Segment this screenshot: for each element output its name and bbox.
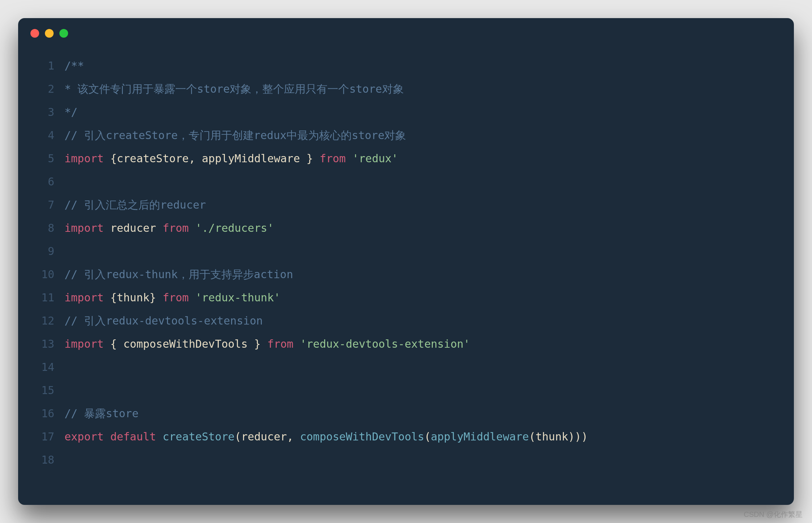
token: )))	[568, 430, 588, 443]
token: createStore	[117, 152, 189, 165]
line-number: 9	[33, 240, 64, 263]
line-number: 15	[33, 379, 64, 402]
line-number: 18	[33, 448, 64, 472]
token: /**	[64, 59, 84, 72]
code-content[interactable]: import {thunk} from 'redux-thunk'	[64, 286, 779, 309]
line-number: 17	[33, 425, 64, 448]
token	[104, 222, 110, 234]
token: */	[64, 106, 78, 118]
code-line[interactable]: 17export default createStore(reducer, co…	[33, 425, 779, 448]
token: ,	[189, 152, 202, 165]
code-content[interactable]: /**	[64, 54, 779, 78]
code-line[interactable]: 13import { composeWithDevTools } from 'r…	[33, 332, 779, 356]
token: 'redux'	[352, 152, 398, 165]
code-line[interactable]: 12// 引入redux-devtools-extension	[33, 309, 779, 332]
minimize-icon[interactable]	[45, 29, 54, 38]
code-line[interactable]: 16// 暴露store	[33, 402, 779, 425]
token: (	[235, 430, 241, 443]
token: import	[64, 338, 104, 350]
watermark-text: CSDN @化作繁星	[744, 510, 803, 519]
token: // 引入redux-thunk，用于支持异步action	[64, 268, 293, 281]
token: // 引入汇总之后的reducer	[64, 198, 206, 211]
code-content[interactable]: import {createStore, applyMiddleware } f…	[64, 147, 779, 170]
token: composeWithDevTools	[124, 338, 248, 350]
token: {	[104, 291, 117, 304]
line-number: 10	[33, 263, 64, 286]
token: 'redux-devtools-extension'	[300, 338, 470, 350]
token: {	[104, 338, 123, 350]
token: reducer	[241, 430, 287, 443]
line-number: 8	[33, 217, 64, 240]
code-content[interactable]: */	[64, 101, 779, 124]
token: // 引入redux-devtools-extension	[64, 314, 263, 327]
token: import	[64, 152, 104, 165]
token: import	[64, 222, 104, 234]
line-number: 14	[33, 356, 64, 379]
token: 'redux-thunk'	[195, 291, 280, 304]
code-content[interactable]: // 暴露store	[64, 402, 779, 425]
token: from	[267, 338, 293, 350]
code-content[interactable]: import { composeWithDevTools } from 'red…	[64, 332, 779, 356]
token	[346, 152, 352, 165]
token: import	[64, 291, 104, 304]
code-content[interactable]: // 引入汇总之后的reducer	[64, 193, 779, 217]
code-line[interactable]: 7// 引入汇总之后的reducer	[33, 193, 779, 217]
token: reducer	[110, 222, 156, 234]
code-line[interactable]: 3*/	[33, 101, 779, 124]
line-number: 13	[33, 332, 64, 356]
code-line[interactable]: 9	[33, 240, 779, 263]
code-line[interactable]: 10// 引入redux-thunk，用于支持异步action	[33, 263, 779, 286]
token	[156, 222, 163, 234]
window-controls	[30, 29, 68, 38]
token	[104, 430, 110, 443]
line-number: 6	[33, 170, 64, 193]
code-content[interactable]: * 该文件专门用于暴露一个store对象，整个应用只有一个store对象	[64, 78, 779, 101]
token: }	[150, 291, 163, 304]
line-number: 5	[33, 147, 64, 170]
code-content[interactable]: export default createStore(reducer, comp…	[64, 425, 779, 448]
code-content[interactable]: // 引入redux-thunk，用于支持异步action	[64, 263, 779, 286]
token: from	[163, 222, 189, 234]
line-number: 7	[33, 193, 64, 217]
token: default	[110, 430, 156, 443]
code-line[interactable]: 11import {thunk} from 'redux-thunk'	[33, 286, 779, 309]
close-icon[interactable]	[30, 29, 39, 38]
maximize-icon[interactable]	[59, 29, 68, 38]
token: ,	[287, 430, 300, 443]
token: applyMiddleware	[431, 430, 529, 443]
line-number: 1	[33, 54, 64, 78]
token: createStore	[163, 430, 235, 443]
code-line[interactable]: 15	[33, 379, 779, 402]
token: // 暴露store	[64, 407, 139, 420]
token: applyMiddleware	[202, 152, 300, 165]
editor-window: 1/**2* 该文件专门用于暴露一个store对象，整个应用只有一个store对…	[18, 18, 794, 505]
token: composeWithDevTools	[300, 430, 424, 443]
code-editor[interactable]: 1/**2* 该文件专门用于暴露一个store对象，整个应用只有一个store对…	[18, 54, 794, 505]
token	[189, 222, 195, 234]
token	[156, 430, 163, 443]
token: * 该文件专门用于暴露一个store对象，整个应用只有一个store对象	[64, 83, 404, 95]
code-line[interactable]: 14	[33, 356, 779, 379]
code-content[interactable]: // 引入redux-devtools-extension	[64, 309, 779, 332]
code-line[interactable]: 6	[33, 170, 779, 193]
code-line[interactable]: 2* 该文件专门用于暴露一个store对象，整个应用只有一个store对象	[33, 78, 779, 101]
code-content[interactable]: // 引入createStore，专门用于创建redux中最为核心的store对…	[64, 124, 779, 147]
token: thunk	[535, 430, 568, 443]
token: from	[163, 291, 189, 304]
code-line[interactable]: 4// 引入createStore，专门用于创建redux中最为核心的store…	[33, 124, 779, 147]
code-line[interactable]: 5import {createStore, applyMiddleware } …	[33, 147, 779, 170]
line-number: 11	[33, 286, 64, 309]
code-line[interactable]: 1/**	[33, 54, 779, 78]
token: (	[424, 430, 431, 443]
token: (	[529, 430, 535, 443]
token: }	[300, 152, 319, 165]
token	[189, 291, 195, 304]
line-number: 4	[33, 124, 64, 147]
code-line[interactable]: 8import reducer from './reducers'	[33, 217, 779, 240]
line-number: 3	[33, 101, 64, 124]
token: {	[104, 152, 117, 165]
token: thunk	[117, 291, 150, 304]
code-line[interactable]: 18	[33, 448, 779, 472]
code-content[interactable]: import reducer from './reducers'	[64, 217, 779, 240]
line-number: 12	[33, 309, 64, 332]
